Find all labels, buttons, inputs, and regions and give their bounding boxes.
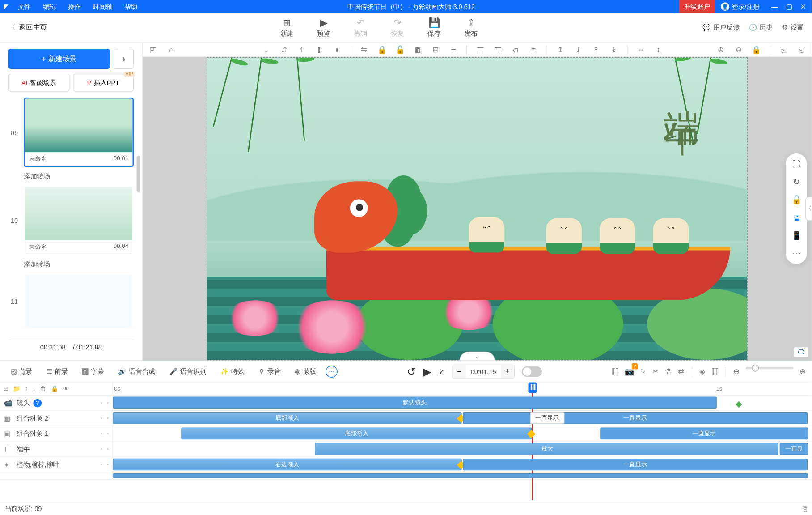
tab-background[interactable]: ▨背景 xyxy=(6,367,37,376)
track-lane[interactable]: 底部渐入 一直显示 一直显示 xyxy=(113,411,812,426)
corner-display-icon[interactable]: 🖵 xyxy=(794,347,808,357)
bring-front-icon[interactable]: ↥ xyxy=(554,45,567,54)
scene-item[interactable]: 11 xyxy=(8,273,134,329)
insert-ppt-button[interactable]: P插入PPTVIP xyxy=(73,74,134,92)
clip-always-show-3[interactable]: 一直显 xyxy=(780,443,808,455)
time-plus-button[interactable]: + xyxy=(501,365,514,378)
track-header[interactable]: 📹 镜头 ? •• xyxy=(0,396,113,410)
fit-screen-icon[interactable]: ⛶ xyxy=(792,159,801,169)
spacing-v-icon[interactable]: ↕ xyxy=(652,45,664,54)
distribute-v-icon[interactable]: ⫿ xyxy=(314,45,326,54)
more-tabs-button[interactable]: ⋯ xyxy=(326,366,338,378)
clip-partial[interactable] xyxy=(113,473,808,478)
menu-file[interactable]: 文件 xyxy=(12,2,37,11)
clip-default-shot[interactable]: 默认镜头 xyxy=(113,396,717,409)
clip-zoom[interactable]: 放大 xyxy=(315,443,778,455)
playhead[interactable] xyxy=(528,383,537,393)
close-icon[interactable]: ✕ xyxy=(800,3,806,10)
send-back-icon[interactable]: ↧ xyxy=(572,45,584,54)
more-icon[interactable]: ⋯ xyxy=(792,249,801,258)
menu-action[interactable]: 操作 xyxy=(62,2,87,11)
zoom-in-icon[interactable]: ⊕ xyxy=(715,45,727,54)
menu-timeline[interactable]: 时间轴 xyxy=(87,2,118,11)
copy-icon[interactable]: ⎘ xyxy=(777,45,789,54)
align-vcenter-icon[interactable]: ⇵ xyxy=(278,45,290,54)
align-left-icon[interactable]: ⫍ xyxy=(474,45,486,54)
home-icon[interactable]: ⌂ xyxy=(165,45,177,54)
track-header[interactable]: ✦ 植物,柳枝,柳叶 •• xyxy=(0,457,113,472)
upgrade-button[interactable]: 升级账户 xyxy=(679,0,715,13)
canvas-frame[interactable]: ■ 默认镜头 端午 xyxy=(207,57,747,361)
lock-icon[interactable]: 🔒 xyxy=(376,45,388,54)
time-minus-button[interactable]: − xyxy=(453,365,466,378)
layers-icon[interactable]: ≣ xyxy=(448,45,460,54)
keyframe-icon[interactable]: ◈ xyxy=(699,366,705,376)
redo-button[interactable]: ↷恢复 xyxy=(391,17,404,38)
rotate-icon[interactable]: ↻ xyxy=(793,177,800,187)
tab-subtitle[interactable]: 🅰字幕 xyxy=(77,367,109,376)
lock-track-icon[interactable]: 🔒 xyxy=(51,385,58,392)
track-lane[interactable]: 右边渐入 一直显示 xyxy=(113,457,812,472)
snap-toggle[interactable] xyxy=(522,366,542,377)
smart-scene-button[interactable]: AI智能场景 xyxy=(8,74,69,92)
add-transition-button[interactable]: 添加转场 xyxy=(24,170,134,186)
align-bottom-icon[interactable]: ⤒ xyxy=(296,45,308,54)
track-header[interactable] xyxy=(0,473,113,480)
rewind-button[interactable]: ↺ xyxy=(407,365,416,378)
cut-icon[interactable]: ✂ xyxy=(652,366,659,376)
arrow-up-icon[interactable]: ↑ xyxy=(25,385,28,392)
canvas-viewport[interactable]: ■ 默认镜头 端午 ⛶ ↻ 🔓 🖥 📱 ⋯ 〈 🖵 ⌄ xyxy=(143,57,812,361)
track-lane[interactable] xyxy=(113,473,812,480)
scene-item[interactable]: 10 未命名00:04 xyxy=(8,186,134,255)
music-button[interactable]: ♪ xyxy=(114,49,134,69)
track-header[interactable]: ▣ 组合对象 2 •• xyxy=(0,411,113,426)
scene-card[interactable]: 未命名00:01 xyxy=(24,98,134,167)
backward-icon[interactable]: ↡ xyxy=(608,45,620,54)
track-lane[interactable]: 放大 一直显 xyxy=(113,442,812,456)
history-button[interactable]: 🕓历史 xyxy=(749,23,773,32)
zoom-out-icon[interactable]: ⊖ xyxy=(733,45,745,54)
menu-help[interactable]: 帮助 xyxy=(118,2,143,11)
scene-card[interactable]: 未命名00:04 xyxy=(24,186,134,255)
scene-card[interactable] xyxy=(24,273,134,329)
menu-edit[interactable]: 编辑 xyxy=(37,2,62,11)
clip-always-show[interactable]: 一直显示 xyxy=(463,412,808,424)
marker-icon[interactable]: ⟦⟧ xyxy=(612,366,619,376)
eye-icon[interactable]: 👁 xyxy=(63,385,69,392)
clip-bottom-in[interactable]: 底部渐入 xyxy=(113,412,462,424)
lock-canvas-icon[interactable]: 🔒 xyxy=(751,45,763,54)
new-scene-button[interactable]: +新建场景 xyxy=(8,49,110,69)
tab-fx[interactable]: ✨特效 xyxy=(216,367,249,376)
clip-right-in[interactable]: 右边渐入 xyxy=(113,459,462,471)
login-button[interactable]: 👤 登录/注册 xyxy=(715,2,765,11)
back-home-button[interactable]: 〈 返回主页 xyxy=(0,23,55,33)
delete-icon[interactable]: 🗑 xyxy=(412,45,424,54)
align-top-icon[interactable]: ⤓ xyxy=(260,45,272,54)
trash-icon[interactable]: 🗑 xyxy=(40,385,46,392)
add-keyframe-icon[interactable]: ◆ xyxy=(736,399,742,409)
side-panel-handle[interactable]: 〈 xyxy=(805,197,812,221)
new-button[interactable]: ⊞新建 xyxy=(280,17,293,38)
canvas-title-text[interactable]: 端午 xyxy=(657,81,706,105)
save-button[interactable]: 💾保存 xyxy=(427,17,440,38)
zoom-out-tl-icon[interactable]: ⊖ xyxy=(733,366,740,376)
track-header[interactable]: ▣ 组合对象 1 •• xyxy=(0,426,113,441)
publish-button[interactable]: ⇪发布 xyxy=(465,17,478,38)
add-track-icon[interactable]: ⊞ xyxy=(4,385,8,392)
zoom-in-tl-icon[interactable]: ⊕ xyxy=(799,366,806,376)
tab-tts[interactable]: 🔊语音合成 xyxy=(114,367,160,376)
track-header[interactable]: T 端午 •• xyxy=(0,442,113,456)
scene-item[interactable]: 09 未命名00:01 xyxy=(8,98,134,167)
track-lane[interactable]: 底部渐入 一直显示 xyxy=(113,426,812,441)
flip-h-icon[interactable]: ⇋ xyxy=(358,45,370,54)
spacing-h-icon[interactable]: ↔ xyxy=(634,45,647,54)
maximize-icon[interactable]: ▢ xyxy=(786,3,792,10)
export-icon[interactable]: ⎘ xyxy=(803,505,807,512)
route-icon[interactable]: ⇄ xyxy=(678,366,685,376)
zoom-handle[interactable] xyxy=(752,364,759,371)
scrollbar[interactable] xyxy=(137,156,140,192)
mobile-view-icon[interactable]: 📱 xyxy=(791,231,802,240)
fullscreen-button[interactable]: ⤢ xyxy=(439,367,445,376)
play-button[interactable]: ▶ xyxy=(423,365,431,378)
tab-record[interactable]: 🎙录音 xyxy=(254,367,285,376)
